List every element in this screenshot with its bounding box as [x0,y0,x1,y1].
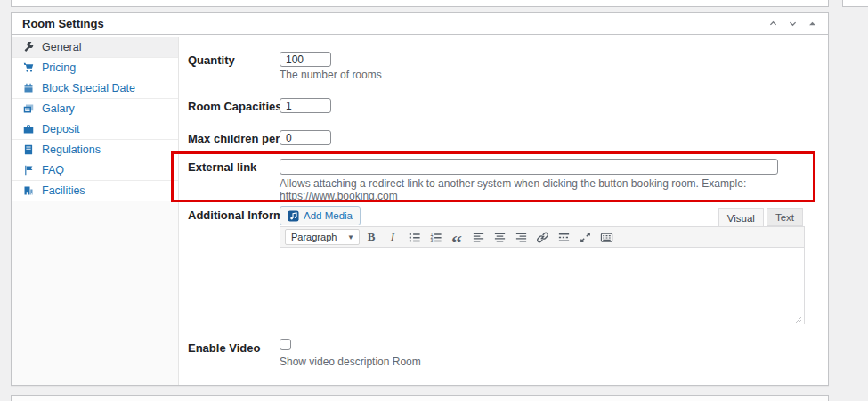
toolbar-toggle-icon [600,231,613,244]
max-children-input[interactable] [280,130,331,145]
toolbar-toggle-button[interactable] [596,228,616,246]
editor-toolbar: Paragraph ▼ B I 123 “ [280,227,804,248]
paragraph-select-value: Paragraph [291,232,337,242]
fullscreen-button[interactable] [575,228,595,246]
flag-icon [23,165,34,176]
external-link-label: External link [188,160,256,174]
sidebar-item-label: Facilities [42,184,85,197]
collapse-toggle-button[interactable] [803,16,821,32]
chevron-down-icon: ▼ [343,233,359,241]
sidebar-item-label: Deposit [42,123,79,135]
sidebar-item-label: Pricing [42,61,76,74]
align-right-button[interactable] [511,228,531,246]
read-more-icon [557,231,571,244]
resize-handle-icon[interactable] [795,316,802,323]
sidebar-item-regulations[interactable]: Regulations [12,140,178,160]
calendar-icon [23,83,34,94]
italic-icon: I [391,230,394,244]
bold-icon: B [368,230,376,244]
cart-icon [23,62,34,73]
editor-mode-tabs: Visual Text [718,208,803,227]
wrench-icon [23,42,34,53]
align-right-icon [515,231,528,244]
room-capacities-label: Room Capacities [188,100,281,113]
room-capacities-input[interactable] [280,98,331,113]
numbered-list-button[interactable]: 123 [426,228,445,246]
fullscreen-icon [579,231,592,244]
gallery-icon [23,103,34,114]
align-left-button[interactable] [468,228,488,246]
move-up-button[interactable] [764,16,782,32]
chevron-up-icon [768,19,778,29]
triangle-up-icon [807,19,817,29]
italic-button[interactable]: I [383,228,402,246]
external-link-help-text: Allows attaching a redirect link to anot… [280,177,828,202]
settings-tab-list: General Pricing Block Special Date Galar… [12,37,179,385]
adjacent-metabox-above [11,0,829,7]
numbered-list-icon: 123 [429,231,442,244]
align-center-button[interactable] [490,228,509,246]
sidebar-item-general[interactable]: General [12,37,178,58]
insert-link-button[interactable] [532,228,552,246]
quantity-input[interactable] [280,52,331,67]
enable-video-label: Enable Video [188,341,260,355]
regulations-icon [23,144,34,155]
svg-text:3: 3 [430,238,433,243]
external-link-input[interactable] [280,159,778,175]
add-media-button[interactable]: Add Media [280,206,361,225]
align-center-icon [493,231,507,244]
enable-video-checkbox[interactable] [280,339,291,350]
bulleted-list-icon [408,231,421,244]
editor-status-bar [280,315,804,324]
additional-information-editor: Paragraph ▼ B I 123 “ [280,226,805,324]
bold-button[interactable]: B [361,228,381,246]
sidebar-item-label: Regulations [42,143,101,156]
sidebar-item-deposit[interactable]: Deposit [12,119,178,140]
enable-video-help-text: Show video description Room [280,356,421,368]
sidebar-item-pricing[interactable]: Pricing [12,58,178,78]
sidebar-item-label: Galary [42,102,75,115]
deposit-icon [23,124,34,135]
room-settings-metabox: Room Settings General [11,12,829,386]
wordpress-admin-page: Room Settings General [0,0,868,401]
sidebar-item-label: Block Special Date [42,82,135,94]
facilities-icon [23,185,34,196]
adjacent-metabox-below [11,395,829,401]
link-icon [536,231,549,244]
editor-content-area[interactable] [280,248,804,315]
sidebar-item-label: General [42,41,81,53]
chevron-down-icon [788,19,798,29]
bulleted-list-button[interactable] [404,228,424,246]
sidebar-item-block-special-date[interactable]: Block Special Date [12,78,178,99]
media-icon [288,210,299,222]
quantity-help-text: The number of rooms [280,69,382,81]
add-media-label: Add Media [304,210,353,221]
quantity-label: Quantity [188,53,235,67]
tab-text[interactable]: Text [767,208,803,226]
blockquote-icon: “ [451,229,462,245]
metabox-title: Room Settings [12,17,104,30]
align-left-icon [472,231,485,244]
adjacent-sidebar-metabox [842,0,868,7]
tab-visual[interactable]: Visual [718,208,764,227]
sidebar-item-label: FAQ [42,164,64,176]
sidebar-item-facilities[interactable]: Facilities [12,181,178,201]
sidebar-item-faq[interactable]: FAQ [12,160,178,181]
paragraph-select[interactable]: Paragraph ▼ [285,229,360,245]
sidebar-item-galary[interactable]: Galary [12,99,178,119]
blockquote-button[interactable]: “ [447,228,466,246]
read-more-button[interactable] [554,228,573,246]
metabox-header: Room Settings [12,13,828,35]
move-down-button[interactable] [783,16,801,32]
